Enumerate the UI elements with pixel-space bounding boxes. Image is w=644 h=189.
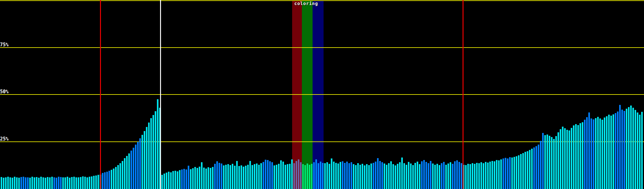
bar <box>406 165 407 189</box>
bar <box>212 167 214 189</box>
bar <box>476 163 478 189</box>
bar <box>353 164 354 189</box>
bar <box>608 115 610 189</box>
bar <box>344 163 346 189</box>
bar <box>208 167 209 189</box>
bar <box>549 136 550 189</box>
bar <box>480 162 482 189</box>
bar <box>591 118 592 189</box>
bar <box>194 167 196 189</box>
bar <box>511 158 513 189</box>
bar <box>40 177 42 189</box>
bar <box>335 163 337 189</box>
bar <box>489 162 491 189</box>
bar <box>425 162 427 189</box>
bar <box>247 165 249 189</box>
bar <box>69 178 70 189</box>
bar <box>357 163 359 189</box>
bar <box>373 163 374 189</box>
marker-line-white <box>160 0 161 189</box>
bar <box>461 163 462 189</box>
bar <box>318 163 319 189</box>
bar <box>491 161 493 189</box>
bar <box>340 162 341 189</box>
bar <box>458 162 460 189</box>
bar <box>311 164 313 189</box>
bar <box>1 177 2 189</box>
bar <box>496 160 497 189</box>
bar <box>540 141 541 189</box>
y-axis-label-50: 50% <box>0 89 8 94</box>
bar <box>53 177 55 189</box>
bar <box>276 165 277 189</box>
bar <box>75 177 77 189</box>
bar <box>386 165 387 189</box>
bar <box>439 165 440 189</box>
bar <box>296 161 297 189</box>
bar <box>399 162 401 189</box>
bar <box>362 164 363 189</box>
bar <box>313 162 315 189</box>
bar <box>507 158 508 189</box>
bar <box>626 109 627 189</box>
bar <box>168 172 169 189</box>
bar <box>604 117 605 189</box>
bar <box>304 165 306 189</box>
bar <box>232 164 233 189</box>
bar <box>619 105 621 189</box>
bar <box>130 151 132 189</box>
bar <box>282 162 284 189</box>
bar <box>527 151 528 189</box>
bar <box>128 153 130 189</box>
bar <box>445 165 447 189</box>
chart-plot-area <box>0 0 644 189</box>
bar <box>307 163 308 189</box>
bar <box>315 159 317 189</box>
bar <box>216 161 218 189</box>
bar <box>280 160 282 189</box>
gridline-75 <box>0 47 644 48</box>
bar <box>137 142 139 189</box>
bar <box>71 177 73 189</box>
bar <box>80 177 81 189</box>
bar <box>179 170 180 189</box>
bar <box>516 156 517 189</box>
bar <box>423 160 425 189</box>
band-blue <box>313 1 324 189</box>
bar <box>155 111 156 189</box>
bar <box>392 164 394 189</box>
bar <box>36 177 37 189</box>
bar <box>569 130 570 189</box>
bar <box>447 163 449 189</box>
bar <box>256 163 258 189</box>
bar <box>333 162 335 189</box>
bar <box>331 158 332 189</box>
bar <box>241 165 242 189</box>
bar <box>584 120 586 189</box>
bar <box>395 165 396 189</box>
bar <box>641 112 643 189</box>
bar <box>342 161 343 189</box>
bar <box>309 165 310 189</box>
bar <box>254 164 255 189</box>
bar <box>628 107 630 189</box>
bar <box>401 158 403 189</box>
bar <box>624 111 625 189</box>
gridline-100 <box>0 0 644 1</box>
bar <box>441 163 442 189</box>
bar <box>408 162 409 189</box>
bar <box>289 164 291 189</box>
bar <box>164 174 165 189</box>
bar <box>465 165 467 189</box>
bar <box>414 163 416 189</box>
bar <box>122 161 123 189</box>
bar <box>260 163 262 189</box>
bar <box>170 172 172 189</box>
bar <box>430 161 431 189</box>
bar <box>621 110 623 189</box>
bar <box>555 136 557 189</box>
bar <box>494 161 495 189</box>
bar <box>639 115 641 189</box>
bar <box>322 163 324 189</box>
bar <box>86 177 88 189</box>
